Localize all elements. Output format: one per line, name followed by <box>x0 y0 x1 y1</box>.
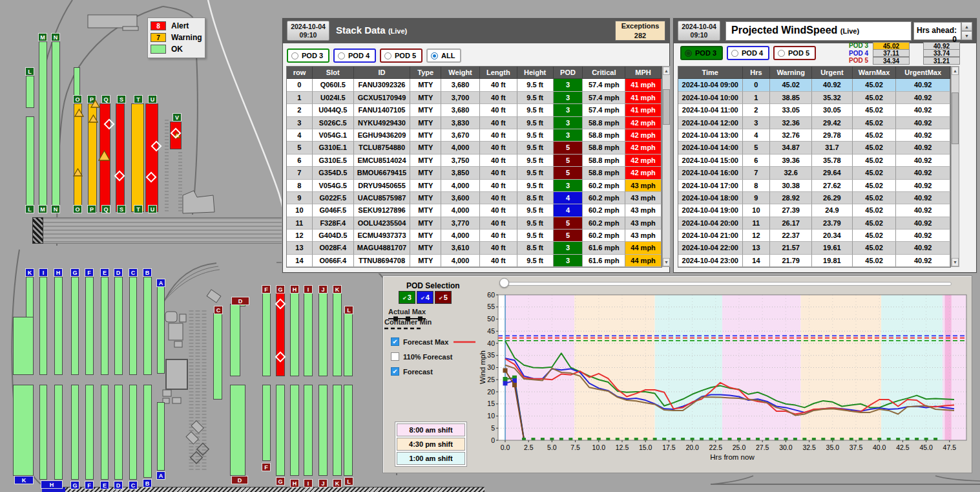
checkbox-icon[interactable]: ✔ <box>391 337 399 346</box>
checkbox-icon[interactable]: ✔ <box>391 367 399 376</box>
stack-date-button[interactable]: 2024-10-04 09:10 <box>287 21 329 41</box>
pod-filter-pod5[interactable]: POD 5 <box>380 48 422 63</box>
wind-cell: 2024-10-04 14:00 <box>678 142 743 154</box>
scroll-up-icon[interactable]: ▲ <box>952 67 959 75</box>
stack-label-U: U <box>148 95 157 103</box>
table-row[interactable]: 2024-10-04 20:001126.1723.7945.0240.92 <box>678 217 950 230</box>
scroll-thumb[interactable] <box>663 89 670 125</box>
scroll-thumb[interactable] <box>952 92 959 144</box>
table-row[interactable]: 6G310E.5EMCU8514024MTY3,75040 ft9.5 ft55… <box>287 155 662 167</box>
time-slider-track[interactable] <box>501 282 952 286</box>
table-row[interactable]: 11F328F.4OOLU4235504MTY3,77040 ft9.5 ft5… <box>287 217 662 230</box>
table-row[interactable]: 2024-10-04 10:00138.8535.3245.0240.92 <box>678 92 950 104</box>
table-row[interactable]: 10G046F.5SEKU9127896MTY4,00040 ft9.5 ft4… <box>287 204 662 217</box>
pod-filter-pod5[interactable]: POD 5 <box>773 46 816 60</box>
scroll-up-icon[interactable]: ▲ <box>663 67 670 75</box>
stack-cell: 2 <box>287 104 313 116</box>
pod-checkbox-3[interactable]: ✔3 <box>399 291 415 304</box>
yard-stack-ok <box>344 385 353 476</box>
table-row[interactable]: 2024-10-04 12:00332.3629.4245.0240.92 <box>678 117 950 129</box>
scroll-down-icon[interactable]: ▼ <box>952 258 959 266</box>
svg-text:22.5: 22.5 <box>709 444 723 451</box>
pod-filter-pod4[interactable]: POD 4 <box>727 46 769 60</box>
shift-button[interactable]: 4:30 pm shift <box>397 438 465 451</box>
table-row[interactable]: 2U044Q.5FANU1407105MTY3,68040 ft9.5 ft35… <box>287 104 662 116</box>
stack-cell: G022F.5 <box>313 192 354 204</box>
stack-cell: 9.5 ft <box>517 180 554 192</box>
exceptions-value: 282 <box>634 32 646 39</box>
wind-cell: 33.05 <box>770 104 812 116</box>
stack-cell: 60.2 mph <box>583 180 625 192</box>
pod-filter-pod3[interactable]: POD 3 <box>287 48 329 63</box>
table-row[interactable]: 2024-10-04 14:00534.8731.745.0240.92 <box>678 142 950 154</box>
shift-button[interactable]: 8:00 am shift <box>397 423 465 436</box>
stack-cell: 3,600 <box>441 192 480 204</box>
column-header: Slot <box>313 67 354 79</box>
wind-cell: 13 <box>743 242 771 254</box>
table-row[interactable]: 12G404D.5ECMU4937373MTY4,00040 ft9.5 ft5… <box>287 230 662 242</box>
table-row[interactable]: 2024-10-04 17:00830.3827.6245.0240.92 <box>678 180 950 192</box>
table-row[interactable]: 3S026C.5NYKU4929430MTY3,83040 ft9.5 ft35… <box>287 117 662 129</box>
wind-cell: 35.32 <box>812 92 853 104</box>
legend-row: 7Warning <box>151 32 202 43</box>
table-row[interactable]: 2024-10-04 21:001222.3720.3445.0240.92 <box>678 230 950 242</box>
hrs-ahead-down-icon[interactable]: ▼ <box>961 31 972 40</box>
table-row[interactable]: 14O066F.4TTNU8694708MTY4,00040 ft9.5 ft3… <box>287 255 662 267</box>
time-slider-handle[interactable] <box>499 278 509 288</box>
table-row[interactable]: 0Q060I.5FANU3092326MTY3,68040 ft9.5 ft35… <box>287 79 662 91</box>
column-header: Height <box>517 67 554 79</box>
table-row[interactable]: 2024-10-04 11:00233.0530.0545.0240.92 <box>678 104 950 116</box>
table-row[interactable]: 2024-10-04 13:00432.7629.7845.0240.92 <box>678 129 950 142</box>
yard-stack-warning <box>131 103 144 212</box>
stack-cell: 0 <box>287 79 313 91</box>
pod-filter-all[interactable]: ALL <box>426 48 461 63</box>
yard-stack-warning <box>74 103 82 212</box>
pod-checkbox-4[interactable]: ✔4 <box>417 291 433 304</box>
exceptions-badge[interactable]: Exceptions 282 <box>615 21 665 41</box>
wind-cell: 2024-10-04 19:00 <box>678 204 743 217</box>
wind-cell: 34.87 <box>770 142 812 154</box>
table-row[interactable]: 13O028F.4MAGU4881707MTY3,61040 ft8.5 ft3… <box>287 242 662 254</box>
table-row[interactable]: 2024-10-04 09:00045.0240.9245.0240.92 <box>678 79 950 91</box>
table-row[interactable]: 7G354D.5BMOU6679415MTY3,85040 ft9.5 ft55… <box>287 167 662 179</box>
wind-summary-row: POD 534.3431.21 <box>837 57 960 64</box>
radio-icon <box>685 50 692 57</box>
hrs-ahead-up-icon[interactable]: ▲ <box>961 22 972 31</box>
shift-button[interactable]: 1:00 am shift <box>397 452 465 465</box>
svg-text:10.0: 10.0 <box>592 444 606 451</box>
stack-cell: GCXU5170949 <box>354 92 411 104</box>
wind-cell: 2024-10-04 20:00 <box>678 217 743 230</box>
stack-cell: 9.5 ft <box>517 204 554 217</box>
warning-triangle-icon <box>73 168 83 176</box>
pod-checkbox-5[interactable]: ✔5 <box>435 291 452 304</box>
pod-filter-pod4[interactable]: POD 4 <box>333 48 376 63</box>
table-row[interactable]: 1U024I.5GCXU5170949MTY3,70040 ft9.5 ft35… <box>287 92 662 104</box>
stack-cell: 8.5 ft <box>517 192 554 204</box>
wind-date-button[interactable]: 2024-10-04 09:10 <box>678 21 720 41</box>
stack-cell: S026C.5 <box>313 117 354 129</box>
wind-cell: 2024-10-04 15:00 <box>678 155 743 167</box>
wind-table-scrollbar[interactable]: ▲ ▼ <box>951 66 959 267</box>
svg-text:40.0: 40.0 <box>873 444 886 451</box>
table-row[interactable]: 2024-10-04 16:00732.629.6445.0240.92 <box>678 167 950 179</box>
table-row[interactable]: 4V054G.1EGHU9436209MTY3,67040 ft9.5 ft35… <box>287 129 662 142</box>
stack-cell: BMOU6679415 <box>354 167 411 179</box>
stack-label-N: N <box>51 205 60 213</box>
scroll-down-icon[interactable]: ▼ <box>663 258 670 266</box>
pod-filter-pod3[interactable]: POD 3 <box>680 46 723 60</box>
table-row[interactable]: 9G022F.5UACU8575987MTY3,60040 ft8.5 ft46… <box>287 192 662 204</box>
yard-stack-ok <box>101 385 109 480</box>
table-row[interactable]: 5G310E.1TCLU8754880MTY4,00040 ft9.5 ft55… <box>287 142 662 154</box>
table-row[interactable]: 2024-10-04 23:001421.7919.8145.0240.92 <box>678 255 950 267</box>
table-row[interactable]: 2024-10-04 15:00639.3635.7845.0240.92 <box>678 155 950 167</box>
table-row[interactable]: 8V054G.5DRYU9450655MTY4,00040 ft9.5 ft36… <box>287 180 662 192</box>
checkbox-icon[interactable] <box>391 352 399 361</box>
stack-cell: MTY <box>410 230 441 242</box>
table-row[interactable]: 2024-10-04 18:00928.9226.2945.0240.92 <box>678 192 950 204</box>
check-icon: ✔ <box>439 295 443 301</box>
column-header: Length <box>480 67 517 79</box>
wind-summary-pod-label: POD 5 <box>837 57 868 64</box>
table-row[interactable]: 2024-10-04 22:001321.5719.6145.0240.92 <box>678 242 950 254</box>
stack-table-scrollbar[interactable]: ▲ ▼ <box>662 66 671 267</box>
table-row[interactable]: 2024-10-04 19:001027.3924.945.0240.92 <box>678 204 950 217</box>
